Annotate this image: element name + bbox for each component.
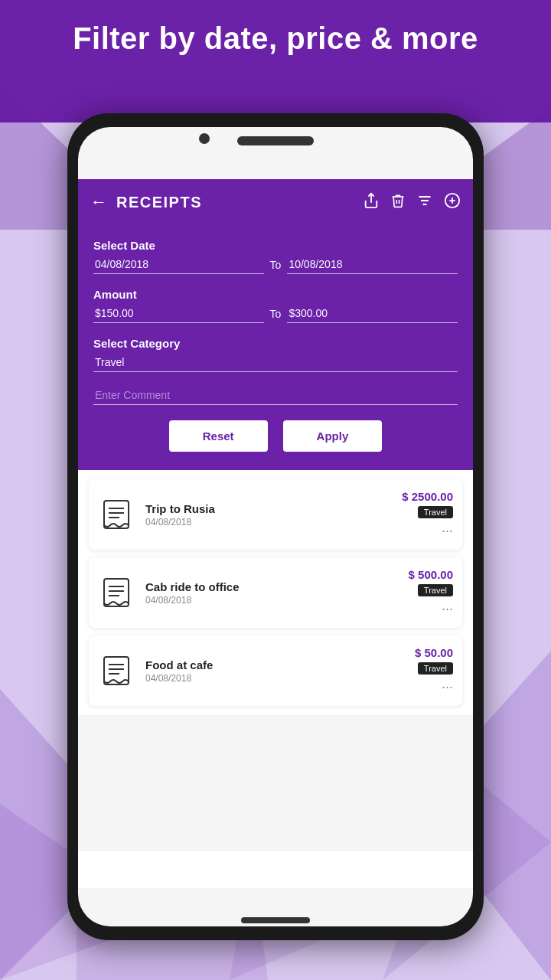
bottom-nav <box>78 850 473 888</box>
receipt-info: Trip to Rusia 04/08/2018 <box>145 502 391 528</box>
receipt-item[interactable]: Trip to Rusia 04/08/2018 $ 2500.00 Trave… <box>89 479 462 550</box>
receipt-name: Trip to Rusia <box>145 502 391 515</box>
date-to-label: To <box>270 259 282 271</box>
add-icon[interactable] <box>444 192 461 213</box>
more-options-icon[interactable]: ··· <box>442 523 453 539</box>
receipt-right: $ 50.00 Travel ··· <box>415 646 453 695</box>
toolbar-icons <box>363 192 461 213</box>
phone-frame: ← RECEIPTS <box>67 113 484 940</box>
comment-filter-row <box>93 386 458 405</box>
delete-icon[interactable] <box>390 192 406 213</box>
receipt-icon <box>98 652 135 689</box>
date-from-input[interactable] <box>93 255 264 274</box>
receipt-amount: $ 500.00 <box>409 568 453 581</box>
phone-home <box>241 917 310 923</box>
receipt-name: Cab ride to office <box>145 580 398 593</box>
amount-label: Amount <box>93 288 458 301</box>
receipt-category: Travel <box>418 662 453 675</box>
amount-to-label: To <box>270 308 282 320</box>
phone-inner: ← RECEIPTS <box>78 127 473 926</box>
more-options-icon[interactable]: ··· <box>442 601 453 617</box>
receipt-info: Food at cafe 04/08/2018 <box>145 658 404 684</box>
filter-buttons: Reset Apply <box>93 420 458 452</box>
filter-icon[interactable] <box>416 193 433 212</box>
receipt-info: Cab ride to office 04/08/2018 <box>145 580 398 606</box>
receipt-icon <box>98 574 135 611</box>
toolbar: ← RECEIPTS <box>78 179 473 225</box>
more-options-icon[interactable]: ··· <box>442 679 453 695</box>
back-button[interactable]: ← <box>90 192 107 212</box>
receipt-amount: $ 50.00 <box>415 646 453 659</box>
receipt-date: 04/08/2018 <box>145 517 391 528</box>
receipt-list: Trip to Rusia 04/08/2018 $ 2500.00 Trave… <box>78 470 473 715</box>
category-input[interactable] <box>93 353 458 372</box>
page-header-title: Filter by date, price & more <box>0 21 551 56</box>
category-label: Select Category <box>93 337 458 350</box>
receipt-right: $ 500.00 Travel ··· <box>409 568 453 617</box>
receipt-category: Travel <box>418 584 453 596</box>
receipt-date: 04/08/2018 <box>145 673 404 684</box>
amount-to-input[interactable] <box>287 304 458 323</box>
category-filter-row: Select Category <box>93 337 458 372</box>
phone-camera <box>199 133 210 144</box>
comment-input[interactable] <box>93 386 458 405</box>
receipt-category: Travel <box>418 506 453 518</box>
date-label: Select Date <box>93 239 458 252</box>
receipt-right: $ 2500.00 Travel ··· <box>402 490 453 539</box>
reset-button[interactable]: Reset <box>169 420 268 452</box>
share-icon[interactable] <box>363 192 380 213</box>
apply-button[interactable]: Apply <box>283 420 383 452</box>
amount-from-input[interactable] <box>93 304 264 323</box>
toolbar-title: RECEIPTS <box>116 194 354 211</box>
receipt-item[interactable]: Food at cafe 04/08/2018 $ 50.00 Travel ·… <box>89 635 462 706</box>
filter-panel: Select Date To Amount To <box>78 225 473 470</box>
date-to-input[interactable] <box>287 255 458 274</box>
amount-filter-row: Amount To <box>93 288 458 323</box>
receipt-icon <box>98 496 135 533</box>
phone-speaker <box>237 136 314 145</box>
receipt-item[interactable]: Cab ride to office 04/08/2018 $ 500.00 T… <box>89 557 462 628</box>
receipt-date: 04/08/2018 <box>145 595 398 606</box>
date-filter-row: Select Date To <box>93 239 458 274</box>
receipt-name: Food at cafe <box>145 658 404 671</box>
receipt-amount: $ 2500.00 <box>402 490 453 503</box>
app-content: ← RECEIPTS <box>78 179 473 888</box>
